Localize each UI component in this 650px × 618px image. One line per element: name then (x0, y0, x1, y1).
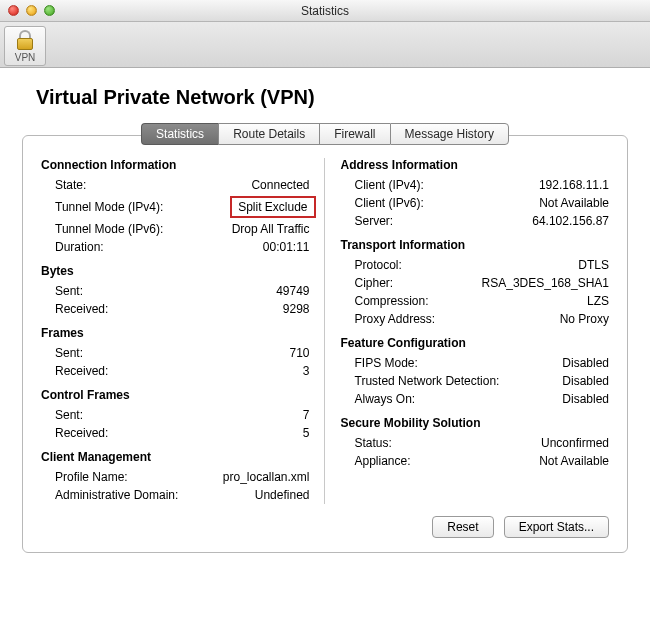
server-label: Server: (341, 214, 394, 228)
titlebar: Statistics (0, 0, 650, 22)
sm-status-value: Unconfirmed (392, 436, 609, 450)
profile-name-value: pro_locallan.xml (128, 470, 310, 484)
content: Virtual Private Network (VPN) Statistics… (0, 68, 650, 571)
client-ipv6-label: Client (IPv6): (341, 196, 424, 210)
row-state: State: Connected (41, 176, 310, 194)
bytes-sent-value: 49749 (83, 284, 309, 298)
fips-label: FIPS Mode: (341, 356, 418, 370)
row-bytes-received: Received: 9298 (41, 300, 310, 318)
window-controls (8, 5, 55, 16)
window-title: Statistics (0, 4, 650, 18)
reset-button[interactable]: Reset (432, 516, 493, 538)
row-admin-domain: Administrative Domain: Undefined (41, 486, 310, 504)
tab-firewall[interactable]: Firewall (319, 123, 389, 145)
row-cipher: Cipher: RSA_3DES_168_SHA1 (341, 274, 610, 292)
always-on-value: Disabled (415, 392, 609, 406)
section-feature-config: Feature Configuration (341, 336, 610, 350)
client-ipv4-label: Client (IPv4): (341, 178, 424, 192)
cframes-sent-label: Sent: (41, 408, 83, 422)
toolbar: VPN (0, 22, 650, 68)
tab-statistics[interactable]: Statistics (141, 123, 218, 145)
fips-value: Disabled (418, 356, 609, 370)
zoom-button[interactable] (44, 5, 55, 16)
cframes-received-value: 5 (108, 426, 309, 440)
right-column: Address Information Client (IPv4): 192.1… (324, 158, 610, 504)
vpn-toolbar-button[interactable]: VPN (4, 26, 46, 66)
section-control-frames: Control Frames (41, 388, 310, 402)
frames-received-value: 3 (108, 364, 309, 378)
protocol-label: Protocol: (341, 258, 402, 272)
row-fips: FIPS Mode: Disabled (341, 354, 610, 372)
row-frames-received: Received: 3 (41, 362, 310, 380)
row-cframes-sent: Sent: 7 (41, 406, 310, 424)
protocol-value: DTLS (402, 258, 609, 272)
row-server: Server: 64.102.156.87 (341, 212, 610, 230)
state-label: State: (41, 178, 86, 192)
section-client-mgmt: Client Management (41, 450, 310, 464)
tunnel-ipv6-value: Drop All Traffic (163, 222, 309, 236)
row-always-on: Always On: Disabled (341, 390, 610, 408)
button-row: Reset Export Stats... (41, 516, 609, 538)
bytes-received-label: Received: (41, 302, 108, 316)
section-address-info: Address Information (341, 158, 610, 172)
page-title: Virtual Private Network (VPN) (36, 86, 628, 109)
frames-sent-label: Sent: (41, 346, 83, 360)
duration-label: Duration: (41, 240, 104, 254)
stats-panel: Connection Information State: Connected … (22, 135, 628, 553)
row-bytes-sent: Sent: 49749 (41, 282, 310, 300)
tab-message-history[interactable]: Message History (390, 123, 509, 145)
tunnel-ipv6-label: Tunnel Mode (IPv6): (41, 222, 163, 236)
row-tunnel-ipv4: Tunnel Mode (IPv4): Split Exclude (41, 194, 310, 220)
row-client-ipv6: Client (IPv6): Not Available (341, 194, 610, 212)
row-cframes-received: Received: 5 (41, 424, 310, 442)
row-sm-status: Status: Unconfirmed (341, 434, 610, 452)
lock-icon (14, 29, 36, 51)
row-frames-sent: Sent: 710 (41, 344, 310, 362)
close-button[interactable] (8, 5, 19, 16)
row-protocol: Protocol: DTLS (341, 256, 610, 274)
row-tnd: Trusted Network Detection: Disabled (341, 372, 610, 390)
section-frames: Frames (41, 326, 310, 340)
cframes-sent-value: 7 (83, 408, 309, 422)
tab-route-details[interactable]: Route Details (218, 123, 319, 145)
client-ipv6-value: Not Available (424, 196, 609, 210)
section-secure-mobility: Secure Mobility Solution (341, 416, 610, 430)
sm-appliance-value: Not Available (411, 454, 609, 468)
bytes-received-value: 9298 (108, 302, 309, 316)
proxy-value: No Proxy (435, 312, 609, 326)
bytes-sent-label: Sent: (41, 284, 83, 298)
cipher-label: Cipher: (341, 276, 394, 290)
compression-label: Compression: (341, 294, 429, 308)
tnd-label: Trusted Network Detection: (341, 374, 500, 388)
row-compression: Compression: LZS (341, 292, 610, 310)
proxy-label: Proxy Address: (341, 312, 436, 326)
cipher-value: RSA_3DES_168_SHA1 (393, 276, 609, 290)
state-value: Connected (86, 178, 309, 192)
always-on-label: Always On: (341, 392, 416, 406)
sm-status-label: Status: (341, 436, 392, 450)
client-ipv4-value: 192.168.11.1 (424, 178, 609, 192)
row-profile-name: Profile Name: pro_locallan.xml (41, 468, 310, 486)
tunnel-ipv4-highlight: Split Exclude (230, 196, 315, 218)
duration-value: 00:01:11 (104, 240, 310, 254)
row-sm-appliance: Appliance: Not Available (341, 452, 610, 470)
admin-domain-label: Administrative Domain: (41, 488, 178, 502)
row-tunnel-ipv6: Tunnel Mode (IPv6): Drop All Traffic (41, 220, 310, 238)
section-bytes: Bytes (41, 264, 310, 278)
tnd-value: Disabled (499, 374, 609, 388)
admin-domain-value: Undefined (178, 488, 309, 502)
row-client-ipv4: Client (IPv4): 192.168.11.1 (341, 176, 610, 194)
export-stats-button[interactable]: Export Stats... (504, 516, 609, 538)
server-value: 64.102.156.87 (393, 214, 609, 228)
row-proxy: Proxy Address: No Proxy (341, 310, 610, 328)
compression-value: LZS (429, 294, 609, 308)
tunnel-ipv4-label: Tunnel Mode (IPv4): (41, 200, 163, 214)
minimize-button[interactable] (26, 5, 37, 16)
tunnel-ipv4-value: Split Exclude (163, 196, 309, 218)
profile-name-label: Profile Name: (41, 470, 128, 484)
frames-received-label: Received: (41, 364, 108, 378)
section-connection-info: Connection Information (41, 158, 310, 172)
cframes-received-label: Received: (41, 426, 108, 440)
frames-sent-value: 710 (83, 346, 309, 360)
left-column: Connection Information State: Connected … (41, 158, 324, 504)
